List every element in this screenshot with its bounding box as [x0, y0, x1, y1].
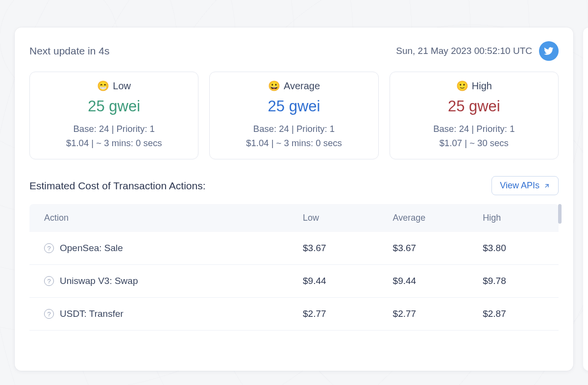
gas-card-low-label: Low — [113, 80, 131, 92]
gas-card-average-sub1: Base: 24 | Priority: 1 — [215, 122, 373, 136]
section-title: Estimated Cost of Transaction Actions: — [29, 180, 206, 192]
gas-card-high[interactable]: 🙂 High 25 gwei Base: 24 | Priority: 1 $1… — [390, 72, 559, 159]
scrollbar-thumb[interactable] — [558, 204, 562, 224]
view-apis-button[interactable]: View APIs — [491, 176, 559, 195]
table-row: ?OpenSea: Sale $3.67 $3.67 $3.80 — [29, 232, 559, 265]
gas-card-average-sub2: $1.04 | ~ 3 mins: 0 secs — [215, 136, 373, 151]
gas-card-low-title: 😁 Low — [35, 80, 193, 92]
cell-average: $9.44 — [384, 265, 474, 298]
action-name: OpenSea: Sale — [60, 243, 123, 254]
header-right: Sun, 21 May 2023 00:52:10 UTC — [396, 41, 559, 61]
gas-card-high-sub1: Base: 24 | Priority: 1 — [395, 122, 553, 136]
col-header-action: Action — [29, 204, 294, 232]
help-icon[interactable]: ? — [44, 276, 54, 286]
action-name: USDT: Transfer — [60, 308, 123, 319]
gas-tracker-card: Next update in 4s Sun, 21 May 2023 00:52… — [15, 27, 573, 371]
view-apis-label: View APIs — [500, 180, 539, 191]
gas-card-low-value: 25 gwei — [35, 98, 193, 115]
cell-high: $3.80 — [474, 232, 559, 265]
gas-card-high-sub: Base: 24 | Priority: 1 $1.07 | ~ 30 secs — [395, 122, 553, 150]
gas-cards-row: 😁 Low 25 gwei Base: 24 | Priority: 1 $1.… — [29, 72, 559, 159]
timestamp-text: Sun, 21 May 2023 00:52:10 UTC — [396, 46, 532, 56]
action-cell: ?Uniswap V3: Swap — [44, 276, 285, 286]
twitter-icon — [544, 46, 554, 56]
cell-low: $3.67 — [294, 232, 384, 265]
table-header-row: Action Low Average High — [29, 204, 559, 232]
gas-card-low-sub2: $1.04 | ~ 3 mins: 0 secs — [35, 136, 193, 151]
gas-card-low-sub: Base: 24 | Priority: 1 $1.04 | ~ 3 mins:… — [35, 122, 193, 150]
col-header-high: High — [474, 204, 559, 232]
adjacent-card-sliver — [583, 27, 588, 371]
action-name: Uniswap V3: Swap — [60, 276, 138, 286]
help-icon[interactable]: ? — [44, 243, 54, 253]
gas-card-average-label: Average — [284, 80, 320, 92]
gas-card-average-title: 😀 Average — [215, 80, 373, 92]
external-link-icon — [543, 182, 550, 189]
gas-card-average[interactable]: 😀 Average 25 gwei Base: 24 | Priority: 1… — [209, 72, 378, 159]
action-cell: ?OpenSea: Sale — [44, 243, 285, 254]
gas-card-low[interactable]: 😁 Low 25 gwei Base: 24 | Priority: 1 $1.… — [29, 72, 198, 159]
gas-card-high-value: 25 gwei — [395, 98, 553, 115]
emoji-average-icon: 😀 — [268, 80, 280, 92]
twitter-share-button[interactable] — [539, 41, 559, 61]
col-header-average: Average — [384, 204, 474, 232]
cell-average: $3.67 — [384, 232, 474, 265]
cell-low: $9.44 — [294, 265, 384, 298]
col-header-low: Low — [294, 204, 384, 232]
emoji-low-icon: 😁 — [97, 80, 109, 92]
section-header-row: Estimated Cost of Transaction Actions: V… — [29, 176, 559, 195]
gas-card-high-label: High — [472, 80, 492, 92]
table-row: ?Uniswap V3: Swap $9.44 $9.44 $9.78 — [29, 265, 559, 298]
emoji-high-icon: 🙂 — [456, 80, 468, 92]
next-update-text: Next update in 4s — [29, 45, 109, 57]
table-row: ?USDT: Transfer $2.77 $2.77 $2.87 — [29, 298, 559, 331]
gas-card-high-title: 🙂 High — [395, 80, 553, 92]
gas-card-average-value: 25 gwei — [215, 98, 373, 115]
cell-low: $2.77 — [294, 298, 384, 331]
action-cell: ?USDT: Transfer — [44, 308, 285, 319]
cell-high: $9.78 — [474, 265, 559, 298]
help-icon[interactable]: ? — [44, 309, 54, 319]
gas-card-average-sub: Base: 24 | Priority: 1 $1.04 | ~ 3 mins:… — [215, 122, 373, 150]
cost-table: Action Low Average High ?OpenSea: Sale $… — [29, 204, 559, 331]
card-header: Next update in 4s Sun, 21 May 2023 00:52… — [29, 41, 559, 61]
cell-average: $2.77 — [384, 298, 474, 331]
cell-high: $2.87 — [474, 298, 559, 331]
gas-card-high-sub2: $1.07 | ~ 30 secs — [395, 136, 553, 151]
cost-table-wrap: Action Low Average High ?OpenSea: Sale $… — [29, 204, 559, 331]
gas-card-low-sub1: Base: 24 | Priority: 1 — [35, 122, 193, 136]
